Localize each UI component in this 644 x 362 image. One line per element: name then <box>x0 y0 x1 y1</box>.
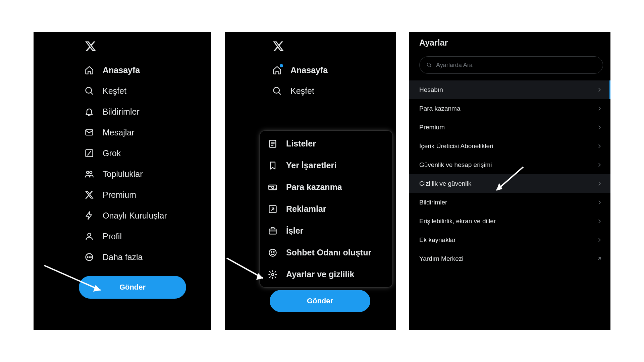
nav-item-search[interactable]: Keşfet <box>272 80 396 101</box>
settings-search-input[interactable] <box>436 62 596 69</box>
nav-label: Bildirimler <box>103 107 140 117</box>
chevron-right-icon <box>596 87 602 93</box>
menu-item-gear[interactable]: Ayarlar ve gizlilik <box>260 263 392 285</box>
smile-icon-wrap <box>268 248 277 257</box>
svg-point-29 <box>273 251 274 252</box>
settings-label: Bildirimler <box>419 199 447 206</box>
external-icon <box>268 204 277 214</box>
menu-item-ad[interactable]: Reklamlar <box>260 198 392 220</box>
money-icon-wrap <box>268 183 277 192</box>
svg-point-33 <box>427 63 430 66</box>
nav-label: Profil <box>103 232 122 241</box>
menu-item-smile[interactable]: Sohbet Odanı oluştur <box>260 242 392 263</box>
svg-rect-25 <box>269 229 276 234</box>
nav-item-more[interactable]: Daha fazla <box>84 247 211 267</box>
settings-label: Hesabın <box>419 86 443 94</box>
settings-item[interactable]: Gizlilik ve güvenlik <box>409 174 610 193</box>
home-icon <box>85 65 94 75</box>
chevron-right-icon <box>596 106 602 112</box>
menu-label: Yer İşaretleri <box>286 161 336 170</box>
chevron-right-icon <box>596 237 602 243</box>
home-icon-wrap <box>272 65 282 75</box>
list-icon <box>268 139 277 148</box>
bell-icon-wrap <box>84 106 95 117</box>
chevron-right-icon <box>596 124 602 130</box>
app-logo[interactable] <box>272 37 396 60</box>
svg-point-5 <box>87 171 89 174</box>
nav-item-home[interactable]: Anasayfa <box>84 60 211 80</box>
settings-title: Ayarlar <box>419 38 603 48</box>
menu-item-briefcase[interactable]: İşler <box>260 220 392 242</box>
svg-point-11 <box>91 257 91 257</box>
nav-item-x[interactable]: Premium <box>84 184 211 205</box>
settings-item[interactable]: İçerik Üreticisi Abonelikleri <box>409 137 610 156</box>
menu-label: Sohbet Odanı oluştur <box>286 248 371 257</box>
svg-point-6 <box>90 171 92 174</box>
settings-item[interactable]: Güvenlik ve hesap erişimi <box>409 156 610 174</box>
nav-label: Anasayfa <box>103 65 140 75</box>
nav-item-communities[interactable]: Topluluklar <box>84 164 211 184</box>
menu-item-bookmark[interactable]: Yer İşaretleri <box>260 155 392 176</box>
post-button[interactable]: Gönder <box>270 290 370 312</box>
communities-icon-wrap <box>84 169 95 179</box>
post-button[interactable]: Gönder <box>79 276 186 299</box>
search-icon <box>85 86 94 96</box>
home-icon-wrap <box>84 65 95 75</box>
svg-rect-20 <box>269 185 276 190</box>
nav-item-search[interactable]: Keşfet <box>84 80 211 101</box>
nav-label: Keşfet <box>103 86 126 96</box>
svg-line-34 <box>430 66 431 67</box>
menu-item-money[interactable]: Para kazanma <box>260 176 392 198</box>
gear-icon-wrap <box>268 270 277 279</box>
profile-icon-wrap <box>84 231 95 242</box>
sidebar-panel-more: AnasayfaKeşfet Gönder ListelerYer İşaret… <box>225 32 396 330</box>
settings-item[interactable]: Premium <box>409 118 610 137</box>
menu-item-list[interactable]: Listeler <box>260 133 392 155</box>
ad-icon-wrap <box>268 204 277 214</box>
nav-item-bell[interactable]: Bildirimler <box>84 101 211 122</box>
chevron-right-icon <box>596 199 602 205</box>
settings-item[interactable]: Erişilebilirlik, ekran ve diller <box>409 212 610 231</box>
svg-line-1 <box>91 93 93 95</box>
mail-icon <box>85 128 94 137</box>
x-icon <box>85 190 94 199</box>
settings-list: HesabınPara kazanmaPremiumİçerik Üretici… <box>409 80 610 268</box>
svg-point-7 <box>88 233 91 236</box>
lightning-icon <box>85 211 94 220</box>
nav-item-mail[interactable]: Mesajlar <box>84 122 211 143</box>
mail-icon-wrap <box>84 127 95 138</box>
svg-point-9 <box>87 257 88 257</box>
profile-icon <box>85 232 94 241</box>
svg-line-4 <box>88 151 91 155</box>
menu-label: Ayarlar ve gizlilik <box>286 269 354 279</box>
nav-label: Grok <box>103 148 121 158</box>
settings-item[interactable]: Hesabın <box>409 80 610 99</box>
settings-label: Erişilebilirlik, ekran ve diller <box>419 218 496 225</box>
svg-point-10 <box>89 257 90 257</box>
nav-item-home[interactable]: Anasayfa <box>272 60 396 80</box>
app-logo[interactable] <box>84 37 211 60</box>
nav-item-lightning[interactable]: Onaylı Kuruluşlar <box>84 205 211 226</box>
gear-icon <box>268 270 277 279</box>
settings-item[interactable]: Bildirimler <box>409 193 610 212</box>
settings-search[interactable] <box>419 56 603 74</box>
sidebar: AnasayfaKeşfetBildirimlerMesajlarGrokTop… <box>34 32 211 305</box>
menu-label: Para kazanma <box>286 182 342 192</box>
search-icon-wrap <box>84 85 95 96</box>
nav-label: Daha fazla <box>103 252 143 262</box>
nav-item-grok[interactable]: Grok <box>84 143 211 164</box>
search-icon <box>426 62 432 68</box>
svg-point-30 <box>272 273 274 276</box>
more-icon-wrap <box>84 252 95 262</box>
settings-label: İçerik Üreticisi Abonelikleri <box>419 142 493 150</box>
bookmark-icon-wrap <box>268 161 277 170</box>
settings-label: Premium <box>419 124 445 131</box>
settings-item[interactable]: Ek kaynaklar <box>409 231 610 249</box>
settings-container: Ayarlar <box>409 32 610 74</box>
settings-item[interactable]: Para kazanma <box>409 99 610 118</box>
settings-label: Güvenlik ve hesap erişimi <box>419 161 492 169</box>
settings-item[interactable]: Yardım Merkezi <box>409 249 610 268</box>
nav-item-profile[interactable]: Profil <box>84 226 211 247</box>
x-logo-icon <box>85 40 97 52</box>
menu-label: İşler <box>286 226 303 236</box>
